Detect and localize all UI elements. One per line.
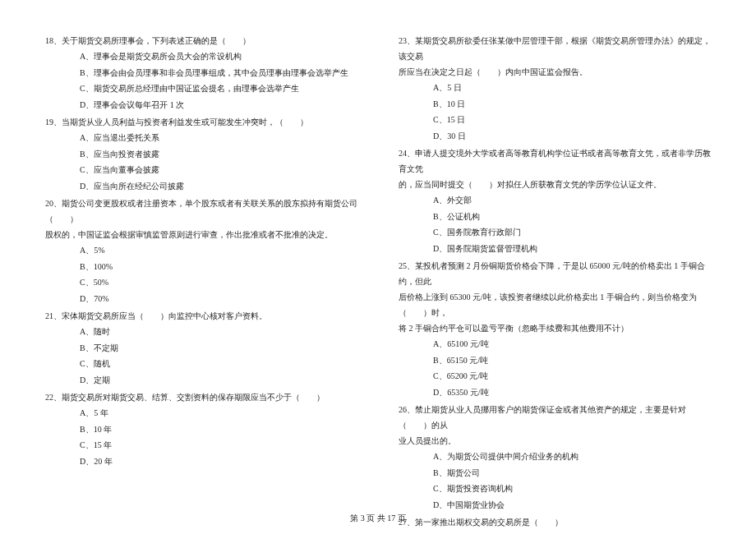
page-body: 18、关于期货交易所理事会，下列表述正确的是（ ） A、理事会是期货交易所会员大… — [0, 0, 756, 509]
question-23: 23、某期货交易所欲委任张某做中层管理干部，根据《期货交易所管理办法》的规定，该… — [399, 33, 711, 144]
option-a: A、随时 — [80, 324, 357, 340]
option-a: A、理事会是期货交易所会员大会的常设机构 — [80, 48, 357, 65]
option-c: C、50% — [80, 274, 357, 291]
option-b: B、10 日 — [433, 96, 711, 113]
option-c: C、15 年 — [80, 437, 357, 453]
question-stem-cont: 后价格上涨到 65300 元/吨，该投资者继续以此价格卖出 1 手铜合约，则当价… — [399, 289, 711, 320]
question-18: 18、关于期货交易所理事会，下列表述正确的是（ ） A、理事会是期货交易所会员大… — [45, 33, 357, 113]
option-b: B、期货公司 — [433, 465, 711, 481]
question-26: 26、禁止期货从业人员挪用客户的期货保证金或者其他资产的规定，主要是针对（ ）的… — [399, 402, 711, 513]
left-column: 18、关于期货交易所理事会，下列表述正确的是（ ） A、理事会是期货交易所会员大… — [45, 33, 378, 485]
option-c: C、应当向董事会披露 — [80, 162, 357, 178]
question-stem: 26、禁止期货从业人员挪用客户的期货保证金或者其他资产的规定，主要是针对（ ）的… — [399, 402, 711, 433]
question-stem: 22、期货交易所对期货交易、结算、交割资料的保存期限应当不少于（ ） — [45, 389, 357, 405]
question-20: 20、期货公司变更股权或者注册资本，单个股东或者有关联关系的股东拟持有期货公司（… — [45, 196, 357, 306]
question-21: 21、宋体期货交易所应当（ ）向监控中心核对客户资料。 A、随时 B、不定期 C… — [45, 308, 357, 388]
option-c: C、期货交易所总经理由中国证监会提名，由理事会选举产生 — [80, 81, 357, 97]
option-b: B、应当向投资者披露 — [80, 146, 357, 163]
question-22: 22、期货交易所对期货交易、结算、交割资料的保存期限应当不少于（ ） A、5 年… — [45, 389, 357, 469]
options: A、随时 B、不定期 C、随机 D、定期 — [45, 324, 357, 388]
option-d: D、70% — [80, 291, 357, 307]
option-b: B、公证机构 — [433, 209, 711, 225]
option-d: D、应当向所在经纪公司披露 — [80, 178, 357, 195]
option-b: B、10 年 — [80, 421, 357, 438]
option-a: A、应当退出委托关系 — [80, 130, 357, 146]
options: A、理事会是期货交易所会员大会的常设机构 B、理事会由会员理事和非会员理事组成，… — [45, 48, 357, 113]
right-column: 23、某期货交易所欲委任张某做中层管理干部，根据《期货交易所管理办法》的规定，该… — [378, 33, 711, 485]
question-stem: 23、某期货交易所欲委任张某做中层管理干部，根据《期货交易所管理办法》的规定，该… — [399, 33, 711, 64]
option-d: D、国务院期货监督管理机构 — [433, 241, 711, 257]
option-d: D、中国期货业协会 — [433, 497, 711, 513]
question-stem-cont: 股权的，中国证监会根据审慎监管原则进行审查，作出批准或者不批准的决定。 — [45, 227, 357, 242]
option-c: C、15 日 — [433, 112, 711, 128]
option-a: A、为期货公司提供中间介绍业务的机构 — [433, 449, 711, 465]
question-stem: 20、期货公司变更股权或者注册资本，单个股东或者有关联关系的股东拟持有期货公司（… — [45, 196, 357, 227]
option-b: B、65150 元/吨 — [433, 352, 711, 369]
question-stem: 25、某投机者预测 2 月份铜期货价格会下降，于是以 65000 元/吨的价格卖… — [399, 258, 711, 289]
option-b: B、不定期 — [80, 340, 357, 357]
options: A、为期货公司提供中间介绍业务的机构 B、期货公司 C、期货投资咨询机构 D、中… — [399, 449, 711, 513]
question-stem-cont: 将 2 手铜合约平仓可以盈亏平衡（忽略手续费和其他费用不计） — [399, 320, 711, 336]
option-d: D、30 日 — [433, 128, 711, 145]
option-d: D、定期 — [80, 372, 357, 389]
question-24: 24、申请人提交境外大学或者高等教育机构学位证书或者高等教育文凭，或者非学历教育… — [399, 145, 711, 256]
option-c: C、期货投资咨询机构 — [433, 481, 711, 497]
option-a: A、5 日 — [433, 80, 711, 96]
page-footer: 第 3 页 共 17 页 — [0, 513, 756, 524]
question-stem-cont: 的，应当同时提交（ ）对拟任人所获教育文凭的学历学位认证文件。 — [399, 177, 711, 192]
option-a: A、5% — [80, 242, 357, 259]
option-a: A、外交部 — [433, 192, 711, 209]
options: A、外交部 B、公证机构 C、国务院教育行政部门 D、国务院期货监督管理机构 — [399, 192, 711, 256]
option-d: D、理事会会议每年召开 1 次 — [80, 97, 357, 113]
option-a: A、5 年 — [80, 405, 357, 421]
option-d: D、65350 元/吨 — [433, 384, 711, 401]
options: A、5% B、100% C、50% D、70% — [45, 242, 357, 306]
option-b: B、理事会由会员理事和非会员理事组成，其中会员理事由理事会选举产生 — [80, 65, 357, 81]
question-stem: 24、申请人提交境外大学或者高等教育机构学位证书或者高等教育文凭，或者非学历教育… — [399, 145, 711, 177]
option-c: C、随机 — [80, 356, 357, 372]
options: A、65100 元/吨 B、65150 元/吨 C、65200 元/吨 D、65… — [399, 336, 711, 400]
question-stem-cont: 业人员提出的。 — [399, 433, 711, 449]
option-c: C、65200 元/吨 — [433, 368, 711, 384]
option-a: A、65100 元/吨 — [433, 336, 711, 352]
question-stem: 21、宋体期货交易所应当（ ）向监控中心核对客户资料。 — [45, 308, 357, 324]
options: A、5 日 B、10 日 C、15 日 D、30 日 — [399, 80, 711, 144]
options: A、5 年 B、10 年 C、15 年 D、20 年 — [45, 405, 357, 469]
question-stem: 19、当期货从业人员利益与投资者利益发生或可能发生冲突时，（ ） — [45, 114, 357, 130]
question-stem-cont: 所应当在决定之日起（ ）内向中国证监会报告。 — [399, 64, 711, 80]
option-c: C、国务院教育行政部门 — [433, 224, 711, 241]
option-b: B、100% — [80, 259, 357, 275]
question-25: 25、某投机者预测 2 月份铜期货价格会下降，于是以 65000 元/吨的价格卖… — [399, 258, 711, 400]
options: A、应当退出委托关系 B、应当向投资者披露 C、应当向董事会披露 D、应当向所在… — [45, 130, 357, 194]
option-d: D、20 年 — [80, 453, 357, 470]
question-19: 19、当期货从业人员利益与投资者利益发生或可能发生冲突时，（ ） A、应当退出委… — [45, 114, 357, 194]
question-stem: 18、关于期货交易所理事会，下列表述正确的是（ ） — [45, 33, 357, 48]
